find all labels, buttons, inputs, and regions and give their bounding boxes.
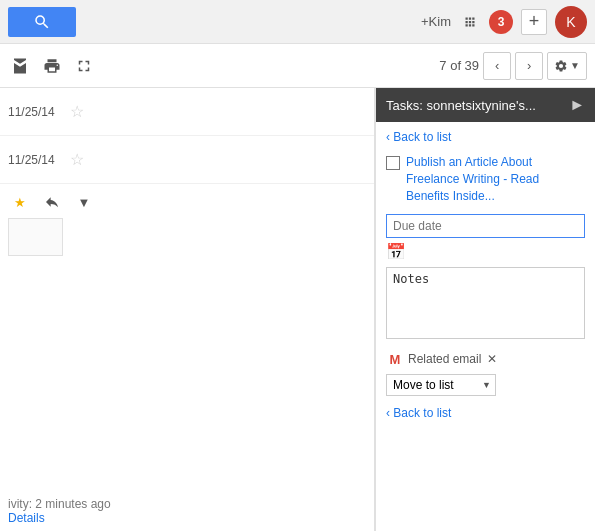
notification-badge[interactable]: 3 bbox=[489, 10, 513, 34]
settings-arrow: ▼ bbox=[570, 60, 580, 71]
email-date-2: 11/25/14 bbox=[8, 153, 64, 167]
add-button[interactable]: + bbox=[521, 9, 547, 35]
details-link[interactable]: Details bbox=[8, 511, 367, 525]
apps-grid-icon[interactable] bbox=[459, 11, 481, 33]
settings-button[interactable]: ▼ bbox=[547, 52, 587, 80]
email-item-1[interactable]: 11/25/14 ☆ bbox=[0, 88, 374, 136]
task-checkbox[interactable] bbox=[386, 156, 400, 170]
activity-text: ivity: 2 minutes ago bbox=[8, 497, 111, 511]
star-icon-2[interactable]: ☆ bbox=[70, 150, 84, 169]
sub-toolbar: 7 of 39 ‹ › ▼ bbox=[0, 44, 595, 88]
top-bar: +Kim 3 + K bbox=[0, 0, 595, 44]
tasks-panel: Tasks: sonnetsixtynine's... ► ‹ Back to … bbox=[375, 88, 595, 531]
due-date-input[interactable] bbox=[386, 214, 585, 238]
page-info: 7 of 39 bbox=[439, 58, 479, 73]
avatar[interactable]: K bbox=[555, 6, 587, 38]
star-filled-icon[interactable]: ★ bbox=[8, 190, 32, 214]
notes-textarea[interactable]: Notes bbox=[386, 267, 585, 339]
star-icon-1[interactable]: ☆ bbox=[70, 102, 84, 121]
task-item-row: Publish an Article About Freelance Writi… bbox=[386, 154, 585, 204]
email-preview-box bbox=[8, 218, 63, 256]
calendar-icon-row: 📅 bbox=[386, 242, 585, 261]
back-link-top[interactable]: ‹ Back to list bbox=[386, 130, 585, 144]
next-button[interactable]: › bbox=[515, 52, 543, 80]
gmail-icon: M bbox=[386, 352, 404, 366]
archive-icon[interactable] bbox=[8, 54, 32, 78]
expand-icon[interactable] bbox=[72, 54, 96, 78]
search-button[interactable] bbox=[8, 7, 76, 37]
related-email-row: M Related email ✕ bbox=[386, 352, 585, 366]
more-options-icon[interactable]: ▼ bbox=[72, 190, 96, 214]
email-actions-row: ★ ▼ bbox=[0, 184, 374, 220]
email-list-panel: 11/25/14 ☆ 11/25/14 ☆ ★ ▼ ivity: 2 minut… bbox=[0, 88, 375, 531]
print-icon[interactable] bbox=[40, 54, 64, 78]
plus-kim-link[interactable]: +Kim bbox=[421, 14, 451, 29]
related-email-label: Related email bbox=[408, 352, 481, 366]
tasks-body: ‹ Back to list Publish an Article About … bbox=[376, 122, 595, 531]
email-item-2[interactable]: 11/25/14 ☆ bbox=[0, 136, 374, 184]
move-to-list-row: Move to list Option 1 Option 2 bbox=[386, 374, 585, 396]
move-to-list-wrapper: Move to list Option 1 Option 2 bbox=[386, 374, 496, 396]
main-area: 11/25/14 ☆ 11/25/14 ☆ ★ ▼ ivity: 2 minut… bbox=[0, 88, 595, 531]
top-right-nav: +Kim 3 + K bbox=[421, 6, 587, 38]
tasks-expand-icon[interactable]: ► bbox=[569, 96, 585, 114]
move-to-list-select[interactable]: Move to list Option 1 Option 2 bbox=[386, 374, 496, 396]
task-label[interactable]: Publish an Article About Freelance Writi… bbox=[406, 154, 585, 204]
activity-bar: ivity: 2 minutes ago Details bbox=[0, 491, 375, 531]
tasks-header: Tasks: sonnetsixtynine's... ► bbox=[376, 88, 595, 122]
calendar-icon[interactable]: 📅 bbox=[386, 243, 406, 260]
email-date-1: 11/25/14 bbox=[8, 105, 64, 119]
back-link-bottom[interactable]: ‹ Back to list bbox=[386, 406, 585, 420]
pagination: 7 of 39 ‹ › ▼ bbox=[439, 52, 587, 80]
reply-icon[interactable] bbox=[40, 190, 64, 214]
tasks-title: Tasks: sonnetsixtynine's... bbox=[386, 98, 536, 113]
prev-button[interactable]: ‹ bbox=[483, 52, 511, 80]
search-icon bbox=[33, 13, 51, 31]
toolbar-icons bbox=[8, 54, 96, 78]
remove-email-icon[interactable]: ✕ bbox=[487, 352, 497, 366]
